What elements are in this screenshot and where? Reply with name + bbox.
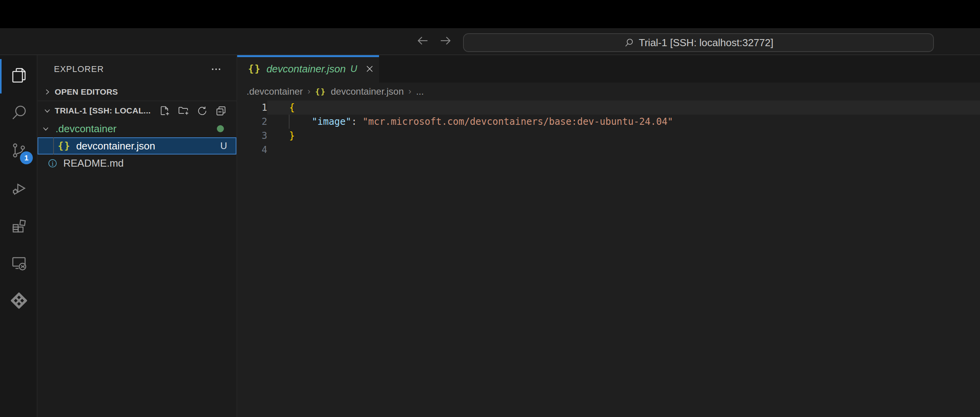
code-line[interactable]: 2 "image": "mcr.microsoft.com/devcontain… — [237, 115, 980, 129]
modified-dot — [217, 125, 224, 132]
tree-item-devcontainer-folder[interactable]: .devcontainer — [38, 120, 236, 137]
tab-devcontainer-json[interactable]: {} devcontainer.json U — [237, 55, 379, 83]
top-black-strip — [0, 0, 980, 28]
activity-bar: 1 — [0, 55, 38, 417]
file-label: README.md — [63, 157, 124, 169]
extensions-icon — [10, 216, 28, 235]
activity-run-debug[interactable] — [0, 169, 38, 207]
line-number: 2 — [237, 115, 267, 129]
sidebar-title: EXPLORER — [54, 64, 104, 74]
activity-search[interactable] — [0, 94, 38, 131]
open-editors-section[interactable]: OPEN EDITORS — [38, 83, 236, 101]
history-nav — [416, 28, 452, 54]
file-label: devcontainer.json — [76, 140, 155, 152]
close-icon[interactable] — [364, 63, 375, 74]
code-token: } — [289, 130, 295, 141]
activity-extensions[interactable] — [0, 207, 38, 244]
collapse-all-icon[interactable] — [215, 105, 227, 117]
tab-label: devcontainer.json — [266, 63, 346, 75]
open-editors-label: OPEN EDITORS — [55, 87, 118, 97]
remote-explorer-icon — [10, 254, 28, 272]
activity-remote-explorer[interactable] — [0, 244, 38, 282]
code-token — [289, 116, 312, 127]
source-control-badge: 1 — [20, 151, 33, 164]
search-icon — [10, 104, 28, 122]
title-bar: Trial-1 [SSH: localhost:32772] — [0, 28, 980, 55]
diamond-grid-icon — [10, 291, 28, 310]
line-number: 4 — [237, 143, 267, 157]
window-title: Trial-1 [SSH: localhost:32772] — [639, 37, 773, 49]
refresh-icon[interactable] — [196, 105, 208, 117]
code-line[interactable]: 1 { — [237, 101, 980, 115]
tree-item-readme[interactable]: README.md — [38, 155, 236, 172]
explorer-sidebar: EXPLORER OPEN EDITORS — [38, 55, 237, 417]
back-icon[interactable] — [416, 34, 430, 49]
breadcrumb-separator: › — [308, 86, 310, 97]
run-debug-icon — [10, 179, 28, 197]
bracket-scope-guide — [289, 115, 290, 129]
search-icon — [624, 38, 634, 48]
code-token: "image" — [312, 116, 351, 127]
breadcrumb: .devcontainer › {} devcontainer.json › .… — [237, 83, 980, 101]
tab-dirty-badge: U — [351, 63, 357, 74]
sidebar-header: EXPLORER — [38, 55, 236, 83]
tab-bar: {} devcontainer.json U — [237, 55, 980, 83]
files-icon — [10, 66, 28, 84]
indent-guide — [53, 137, 54, 155]
workspace-section: TRIAL-1 [SSH: LOCAL... — [38, 101, 236, 417]
more-actions-icon[interactable] — [209, 63, 223, 75]
new-folder-icon[interactable] — [177, 105, 190, 117]
git-untracked-badge: U — [220, 140, 227, 151]
activity-diamond-grid[interactable] — [0, 282, 38, 319]
code-line[interactable]: 3 } — [237, 129, 980, 143]
workbench: 1 — [0, 55, 980, 417]
activity-explorer[interactable] — [0, 56, 38, 94]
breadcrumb-separator: › — [408, 86, 411, 97]
command-center[interactable]: Trial-1 [SSH: localhost:32772] — [463, 33, 934, 52]
active-indicator — [0, 59, 2, 93]
line-number: 3 — [237, 129, 267, 143]
breadcrumb-symbol[interactable]: ... — [416, 86, 424, 97]
line-number: 1 — [237, 101, 267, 115]
workspace-actions — [159, 105, 236, 117]
chevron-down-icon — [41, 124, 50, 133]
chevron-right-icon — [43, 88, 52, 96]
chevron-down-icon — [43, 106, 52, 115]
code-line[interactable]: 4 — [237, 143, 980, 157]
info-icon — [47, 158, 58, 169]
tree-item-devcontainer-json[interactable]: {} devcontainer.json U — [38, 137, 236, 155]
folder-label: .devcontainer — [55, 123, 116, 135]
new-file-icon[interactable] — [159, 105, 171, 117]
code-token: : — [351, 116, 363, 127]
forward-icon[interactable] — [438, 34, 452, 49]
breadcrumb-file[interactable]: devcontainer.json — [331, 86, 404, 97]
code-editor[interactable]: 1 { 2 "image": "mcr.microsoft.com/devcon… — [237, 101, 980, 417]
json-file-icon: {} — [248, 63, 261, 74]
vscode-window: Trial-1 [SSH: localhost:32772] — [0, 0, 980, 417]
breadcrumb-folder[interactable]: .devcontainer — [247, 86, 303, 97]
workspace-header[interactable]: TRIAL-1 [SSH: LOCAL... — [38, 101, 236, 120]
editor-area: {} devcontainer.json U .devcontainer › {… — [237, 55, 980, 417]
json-file-icon: {} — [315, 87, 326, 96]
code-token: { — [289, 102, 295, 113]
workspace-label: TRIAL-1 [SSH: LOCAL... — [55, 106, 151, 115]
code-token: "mcr.microsoft.com/devcontainers/base:de… — [363, 116, 673, 127]
json-file-icon: {} — [58, 140, 71, 151]
activity-source-control[interactable]: 1 — [0, 131, 38, 169]
